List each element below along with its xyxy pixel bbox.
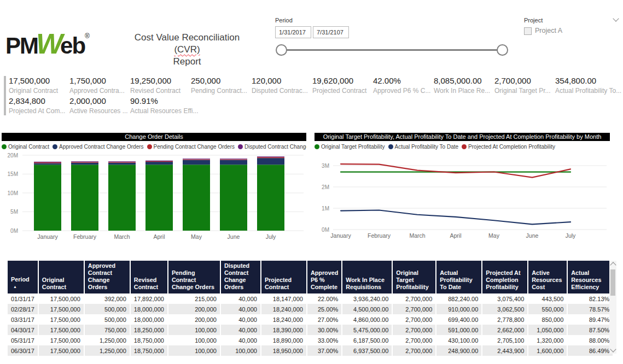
period-end-input[interactable]	[313, 26, 349, 38]
bar-segment[interactable]	[183, 158, 210, 159]
table-cell[interactable]: 17,500,000	[38, 335, 84, 345]
table-cell[interactable]: 910,000.00	[436, 304, 482, 314]
table-cell[interactable]: 200,000	[168, 304, 220, 314]
table-cell[interactable]: 40,000	[220, 335, 261, 345]
table-cell[interactable]: 82.13%	[567, 293, 613, 304]
table-cell[interactable]: 17,500,000	[38, 345, 84, 356]
legend-item[interactable]: Original Target Profitability	[315, 144, 385, 150]
table-cell[interactable]: 4,500,000.00	[342, 304, 392, 314]
table-cell[interactable]: 17,500,000	[38, 314, 84, 325]
table-cell[interactable]: 100,000	[220, 345, 261, 356]
table-cell[interactable]: 500,000	[84, 314, 130, 325]
table-cell[interactable]: 591,000.00	[436, 325, 482, 335]
bar-segment[interactable]	[71, 163, 98, 165]
bar-segment[interactable]	[145, 165, 173, 231]
table-cell[interactable]: 18,750,000	[130, 335, 168, 345]
bar-segment[interactable]	[108, 162, 136, 162]
bar-segment[interactable]	[71, 162, 98, 162]
table-cell[interactable]: 37.00%	[307, 345, 342, 356]
table-row[interactable]: 05/31/1717,500,0001,250,00018,750,000100…	[8, 335, 613, 345]
table-cell[interactable]: 3,075,400	[482, 293, 528, 304]
table-cell[interactable]: 18,750,000	[130, 345, 168, 356]
table-row[interactable]: 04/30/1717,500,000750,00018,250,000100,0…	[8, 325, 613, 335]
table-cell[interactable]: 1,250,000	[84, 345, 130, 356]
table-cell[interactable]: 750,000	[84, 325, 130, 335]
table-cell[interactable]: 2,700,000	[392, 304, 436, 314]
change-order-bar-chart[interactable]: 0M5M10M15M20MJanuaryFebruaryMarchAprilMa…	[2, 150, 306, 244]
table-cell[interactable]: 40,000	[220, 304, 261, 314]
table-cell[interactable]: 04/30/17	[8, 325, 38, 335]
table-cell[interactable]: 18,000,000	[130, 314, 168, 325]
period-slider-track[interactable]	[281, 49, 502, 51]
table-row[interactable]: 01/31/1717,500,000392,00017,892,000215,0…	[8, 293, 613, 304]
period-slider-handle-right[interactable]	[497, 44, 508, 56]
chevron-down-icon[interactable]	[613, 15, 619, 21]
table-cell[interactable]: 17,892,000	[130, 293, 168, 304]
table-cell[interactable]: 22.00%	[307, 293, 342, 304]
table-cell[interactable]: 02/28/17	[8, 304, 38, 314]
column-header[interactable]: Projected At Completion Profitability	[482, 261, 528, 293]
line-series[interactable]	[341, 210, 570, 225]
table-cell[interactable]: 248,900.00	[436, 345, 482, 356]
table-cell[interactable]: 215,000	[168, 293, 220, 304]
table-cell[interactable]: 392,000	[84, 293, 130, 304]
table-cell[interactable]: 89.47%	[567, 314, 613, 325]
column-header[interactable]: Original Target Profitability	[392, 261, 436, 293]
bar-segment[interactable]	[257, 158, 284, 165]
bar-segment[interactable]	[183, 160, 210, 165]
bar-segment[interactable]	[220, 160, 247, 165]
bar-segment[interactable]	[257, 165, 284, 231]
bar-segment[interactable]	[108, 165, 136, 231]
bar-segment[interactable]	[34, 162, 61, 163]
bar-segment[interactable]	[145, 161, 173, 161]
bar-segment[interactable]	[108, 161, 136, 162]
table-cell[interactable]: 18,250,000	[130, 325, 168, 335]
table-cell[interactable]: 87.50%	[567, 325, 613, 335]
table-cell[interactable]: 18,890,000	[261, 335, 307, 345]
table-cell[interactable]: 1,320,000	[528, 335, 567, 345]
table-cell[interactable]: 2,700,000	[392, 314, 436, 325]
table-cell[interactable]: 27.00%	[307, 314, 342, 325]
project-a-checkbox[interactable]	[524, 27, 532, 35]
table-cell[interactable]: 05/31/17	[8, 335, 38, 345]
bar-segment[interactable]	[183, 159, 210, 160]
column-header[interactable]: Work In Place Requisitions	[342, 261, 392, 293]
table-cell[interactable]: 40,000	[220, 314, 261, 325]
bar-segment[interactable]	[71, 161, 98, 162]
table-cell[interactable]: 6,187,500.00	[342, 335, 392, 345]
column-header[interactable]: Revised Contract	[130, 261, 168, 293]
bar-segment[interactable]	[257, 157, 284, 158]
period-start-input[interactable]	[275, 26, 311, 38]
table-cell[interactable]: 882,240.00	[436, 293, 482, 304]
table-cell[interactable]: 18,390,000	[261, 325, 307, 335]
legend-item[interactable]: Actual Profitability To Date	[388, 144, 459, 150]
table-cell[interactable]: 18,240,000	[261, 314, 307, 325]
legend-item[interactable]: Original Contract	[2, 144, 49, 150]
legend-item[interactable]: Pending Contract Change Orders	[147, 144, 235, 150]
table-cell[interactable]: 550,000	[528, 304, 567, 314]
table-cell[interactable]: 699,400.00	[436, 314, 482, 325]
table-cell[interactable]: 3,936,240.00	[342, 293, 392, 304]
table-cell[interactable]: 2,662,000	[482, 325, 528, 335]
table-row[interactable]: 02/28/1717,500,000500,00018,000,000200,0…	[8, 304, 613, 314]
table-cell[interactable]: 2,700,000	[392, 345, 436, 356]
column-header[interactable]: Pending Contract Change Orders	[168, 261, 220, 293]
project-a-label[interactable]: Project A	[535, 27, 562, 34]
table-cell[interactable]: 500,000	[84, 304, 130, 314]
column-header[interactable]: Original Contract	[38, 261, 84, 293]
table-cell[interactable]: 2,443,900	[482, 345, 528, 356]
table-cell[interactable]: 1,050,000	[528, 325, 567, 335]
column-header[interactable]: Actual Profitability To Date	[436, 261, 482, 293]
table-cell[interactable]: 40,000	[220, 293, 261, 304]
line-series[interactable]	[341, 164, 570, 178]
table-row[interactable]: 03/31/1717,500,000500,00018,000,000200,0…	[8, 314, 613, 325]
column-header[interactable]: Active Resources Cost	[528, 261, 567, 293]
table-cell[interactable]: 443,500	[528, 293, 567, 304]
table-cell[interactable]: 88.00%	[567, 335, 613, 345]
column-header[interactable]: Approved P6 % Complete	[307, 261, 342, 293]
table-cell[interactable]: 03/31/17	[8, 314, 38, 325]
column-header[interactable]: Projected Contract	[261, 261, 307, 293]
table-cell[interactable]: 430,100.00	[436, 335, 482, 345]
bar-segment[interactable]	[257, 156, 284, 157]
bar-segment[interactable]	[34, 165, 61, 231]
